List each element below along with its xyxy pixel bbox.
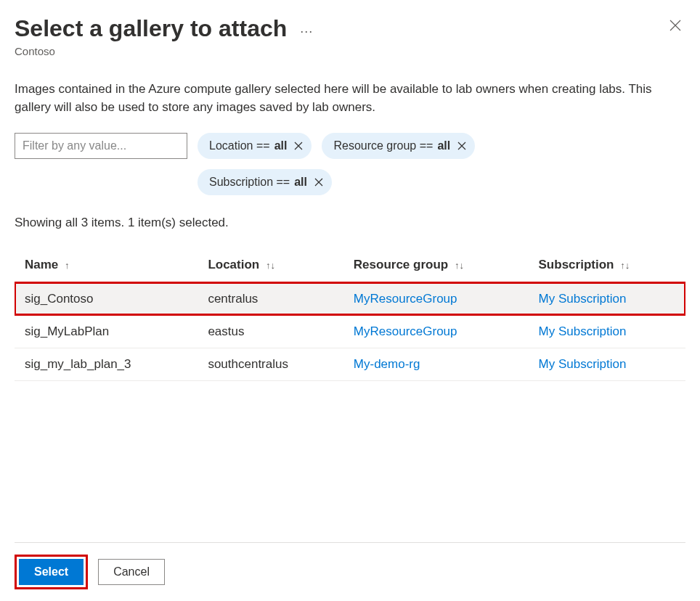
cell-resource-group[interactable]: MyResourceGroup [343,315,529,348]
col-header-label: Subscription [539,258,614,271]
footer-bar: Select Cancel [15,542,685,601]
table-row[interactable]: sig_ContosocentralusMyResourceGroupMy Su… [15,282,685,315]
col-header-label: Name [25,258,58,271]
col-header-label: Resource group [354,258,448,271]
filter-pill-value: all [437,139,450,152]
clear-filter-icon[interactable] [457,142,466,150]
sort-asc-icon: ↑ [65,260,70,271]
select-button[interactable]: Select [19,559,84,585]
cancel-button[interactable]: Cancel [98,559,165,585]
col-header-resource-group[interactable]: Resource group ↑↓ [343,248,529,283]
cell-resource-group[interactable]: MyResourceGroup [343,282,529,315]
cell-location: eastus [198,315,343,348]
cell-subscription[interactable]: My Subscription [529,348,685,380]
cell-subscription[interactable]: My Subscription [529,282,685,315]
sort-icon: ↑↓ [620,260,630,271]
clear-filter-icon[interactable] [294,142,303,150]
sort-icon: ↑↓ [455,260,464,271]
filter-pill-resource-group[interactable]: Resource group == all [322,133,475,159]
filter-input[interactable] [15,133,187,159]
col-header-location[interactable]: Location ↑↓ [198,248,343,283]
intro-text: Images contained in the Azure compute ga… [15,81,683,116]
col-header-label: Location [208,258,259,271]
cell-name: sig_my_lab_plan_3 [15,348,198,380]
cell-location: southcentralus [198,348,343,380]
filter-pill-label: Subscription == [209,176,290,189]
filter-pill-location[interactable]: Location == all [198,133,312,159]
filter-pill-value: all [294,176,307,189]
col-header-subscription[interactable]: Subscription ↑↓ [529,248,685,283]
filter-pill-label: Location == [209,139,270,152]
table-row[interactable]: sig_MyLabPlaneastusMyResourceGroupMy Sub… [15,315,685,348]
sort-icon: ↑↓ [266,260,275,271]
cell-resource-group[interactable]: My-demo-rg [343,348,529,380]
page-subtitle: Contoso [15,45,316,57]
filter-pill-subscription[interactable]: Subscription == all [198,169,332,195]
filter-bar: Location == all Resource group == all Su… [15,133,685,195]
status-text: Showing all 3 items. 1 item(s) selected. [15,216,685,230]
close-icon[interactable] [670,15,685,33]
select-button-highlight: Select [15,555,88,589]
filter-pill-value: all [274,139,288,152]
gallery-table: Name ↑ Location ↑↓ Resource group ↑↓ Sub… [15,248,685,381]
cell-name: sig_Contoso [15,282,198,315]
clear-filter-icon[interactable] [314,178,323,187]
more-icon[interactable]: ··· [297,21,316,42]
filter-pill-label: Resource group == [333,139,433,152]
cell-name: sig_MyLabPlan [15,315,198,348]
page-title: Select a gallery to attach [15,15,287,42]
cell-location: centralus [198,282,343,315]
col-header-name[interactable]: Name ↑ [15,248,198,283]
table-row[interactable]: sig_my_lab_plan_3southcentralusMy-demo-r… [15,348,685,380]
cell-subscription[interactable]: My Subscription [529,315,685,348]
